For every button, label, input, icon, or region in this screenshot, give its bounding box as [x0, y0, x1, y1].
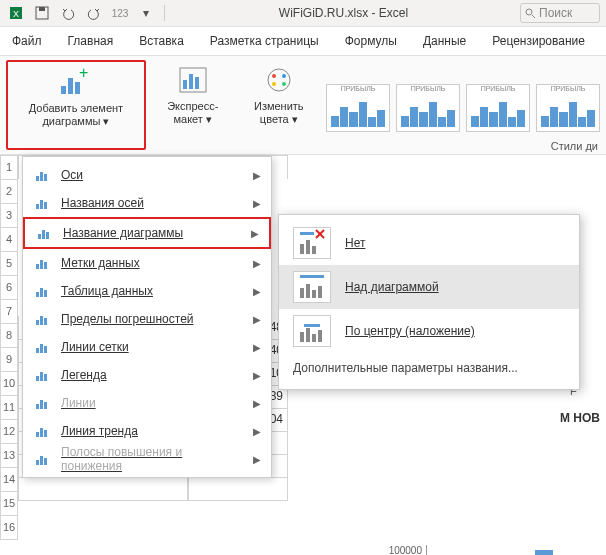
tab-file[interactable]: Файл	[10, 30, 44, 52]
row-header[interactable]: 7	[0, 300, 18, 324]
menu-item-4[interactable]: Таблица данных▶	[23, 277, 271, 305]
chart-icon	[33, 394, 51, 412]
svg-rect-13	[195, 77, 199, 89]
tab-data[interactable]: Данные	[421, 30, 468, 52]
row-header[interactable]: 8	[0, 324, 18, 348]
tab-home[interactable]: Главная	[66, 30, 116, 52]
menu-item-3[interactable]: Метки данных▶	[23, 249, 271, 277]
menu-item-0[interactable]: Оси▶	[23, 161, 271, 189]
menu-item-10: Полосы повышения и понижения▶	[23, 445, 271, 473]
quick-layout-button[interactable]: Экспресс-макет ▾	[154, 60, 232, 150]
svg-rect-58	[300, 275, 324, 278]
svg-point-16	[282, 74, 286, 78]
row-header[interactable]: 12	[0, 420, 18, 444]
add-chart-element-button[interactable]: + Добавить элемент диаграммы ▾	[6, 60, 146, 150]
menu-item-1[interactable]: Названия осей▶	[23, 189, 271, 217]
chevron-right-icon: ▶	[253, 198, 261, 209]
svg-rect-59	[300, 288, 304, 298]
embedded-chart[interactable]: 100000 50000 0 ЯнварьФевральМартАпрельМа…	[382, 545, 602, 555]
menu-item-5[interactable]: Пределы погрешностей▶	[23, 305, 271, 333]
change-colors-button[interactable]: Изменить цвета ▾	[240, 60, 318, 150]
menu-item-2[interactable]: Название диаграммы▶	[23, 217, 271, 249]
svg-rect-50	[40, 456, 43, 465]
tab-insert[interactable]: Вставка	[137, 30, 186, 52]
tab-review[interactable]: Рецензирование	[490, 30, 587, 52]
row-header[interactable]: 14	[0, 468, 18, 492]
svg-line-5	[532, 15, 535, 18]
svg-text:X: X	[13, 9, 19, 19]
svg-rect-52	[300, 232, 314, 235]
search-icon	[525, 8, 535, 18]
menu-label: Оси	[61, 168, 243, 182]
row-header[interactable]: 10	[0, 372, 18, 396]
chevron-right-icon: ▶	[253, 170, 261, 181]
row-header[interactable]: 3	[0, 204, 18, 228]
menu-label: Названия осей	[61, 196, 243, 210]
svg-rect-63	[304, 324, 320, 327]
svg-rect-33	[44, 290, 47, 297]
row-header[interactable]: 11	[0, 396, 18, 420]
svg-rect-23	[40, 200, 43, 209]
redo-icon[interactable]	[84, 3, 104, 23]
chevron-right-icon: ▶	[253, 398, 261, 409]
row-header[interactable]: 2	[0, 180, 18, 204]
format-icon[interactable]: 123	[110, 3, 130, 23]
chart-icon	[33, 310, 51, 328]
tab-page-layout[interactable]: Разметка страницы	[208, 30, 321, 52]
svg-rect-61	[312, 290, 316, 298]
chart-style-2[interactable]: ПРИБЫЛЬ	[396, 84, 460, 132]
submenu-above[interactable]: Над диаграммой	[279, 265, 579, 309]
svg-point-4	[526, 9, 532, 15]
svg-rect-20	[40, 172, 43, 181]
more-icon[interactable]: ▾	[136, 3, 156, 23]
quick-layout-icon	[175, 62, 211, 98]
svg-rect-30	[44, 262, 47, 269]
submenu-more-options[interactable]: Дополнительные параметры названия...	[279, 353, 579, 383]
save-icon[interactable]	[32, 3, 52, 23]
undo-icon[interactable]	[58, 3, 78, 23]
svg-rect-47	[40, 428, 43, 437]
none-icon	[293, 227, 331, 259]
menu-label: Метки данных	[61, 256, 243, 270]
menu-item-7[interactable]: Легенда▶	[23, 361, 271, 389]
menu-item-8: Линии▶	[23, 389, 271, 417]
chart-style-4[interactable]: ПРИБЫЛЬ	[536, 84, 600, 132]
svg-rect-48	[44, 430, 47, 437]
svg-rect-40	[36, 376, 39, 381]
chart-icon	[33, 166, 51, 184]
svg-rect-29	[40, 260, 43, 269]
submenu-centered[interactable]: По центру (наложение)	[279, 309, 579, 353]
menu-label: Линии сетки	[61, 340, 243, 354]
chevron-right-icon: ▶	[251, 228, 259, 239]
chevron-right-icon: ▶	[253, 258, 261, 269]
row-header[interactable]: 1	[0, 155, 18, 180]
row-header[interactable]: 15	[0, 492, 18, 516]
chart-icon	[35, 224, 53, 242]
row-header[interactable]: 5	[0, 252, 18, 276]
chart-bar	[535, 550, 553, 555]
chart-icon	[33, 194, 51, 212]
svg-rect-28	[36, 264, 39, 269]
excel-app-icon[interactable]: X	[6, 3, 26, 23]
svg-rect-39	[44, 346, 47, 353]
svg-rect-42	[44, 374, 47, 381]
menu-item-9[interactable]: Линия тренда▶	[23, 417, 271, 445]
cell[interactable]	[188, 477, 288, 501]
svg-rect-21	[44, 174, 47, 181]
search-input[interactable]: Поиск	[520, 3, 600, 23]
cell[interactable]	[18, 477, 188, 501]
row-header[interactable]: 16	[0, 516, 18, 540]
row-header[interactable]: 6	[0, 276, 18, 300]
row-header[interactable]: 4	[0, 228, 18, 252]
separator	[164, 5, 165, 21]
row-header[interactable]: 9	[0, 348, 18, 372]
chart-style-3[interactable]: ПРИБЫЛЬ	[466, 84, 530, 132]
row-header[interactable]: 13	[0, 444, 18, 468]
window-title: WiFiGiD.RU.xlsx - Excel	[173, 6, 514, 20]
chart-style-1[interactable]: ПРИБЫЛЬ	[326, 84, 390, 132]
menu-label: Легенда	[61, 368, 243, 382]
submenu-none[interactable]: Нет	[279, 221, 579, 265]
svg-rect-19	[36, 176, 39, 181]
tab-formulas[interactable]: Формулы	[343, 30, 399, 52]
menu-item-6[interactable]: Линии сетки▶	[23, 333, 271, 361]
